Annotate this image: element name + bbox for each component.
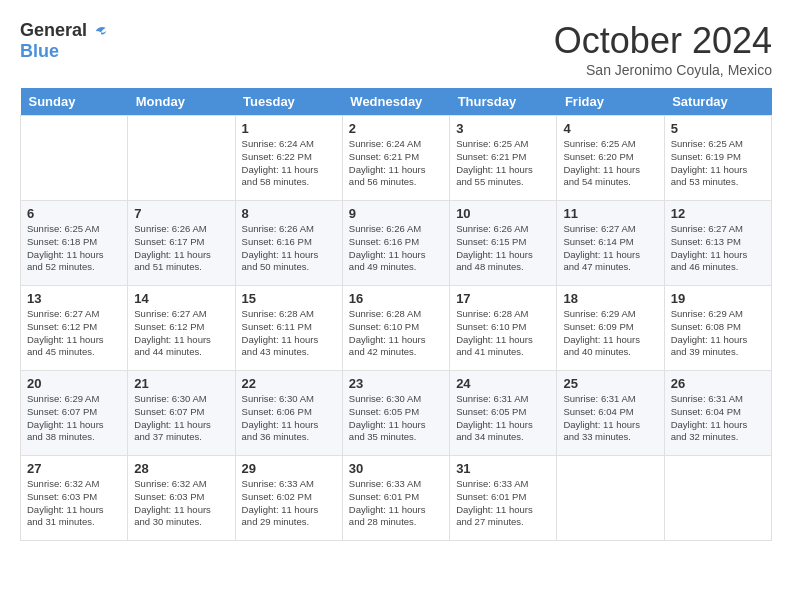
day-info: Sunrise: 6:32 AM Sunset: 6:03 PM Dayligh… (27, 478, 104, 527)
day-number: 28 (134, 461, 228, 476)
calendar-week-5: 27Sunrise: 6:32 AM Sunset: 6:03 PM Dayli… (21, 456, 772, 541)
day-number: 20 (27, 376, 121, 391)
day-number: 25 (563, 376, 657, 391)
day-info: Sunrise: 6:27 AM Sunset: 6:13 PM Dayligh… (671, 223, 748, 272)
weekday-header-row: SundayMondayTuesdayWednesdayThursdayFrid… (21, 88, 772, 116)
calendar-cell: 29Sunrise: 6:33 AM Sunset: 6:02 PM Dayli… (235, 456, 342, 541)
day-info: Sunrise: 6:27 AM Sunset: 6:12 PM Dayligh… (27, 308, 104, 357)
calendar-cell: 9Sunrise: 6:26 AM Sunset: 6:16 PM Daylig… (342, 201, 449, 286)
logo-bird-icon (89, 21, 109, 41)
weekday-header-sunday: Sunday (21, 88, 128, 116)
day-info: Sunrise: 6:26 AM Sunset: 6:17 PM Dayligh… (134, 223, 211, 272)
weekday-header-wednesday: Wednesday (342, 88, 449, 116)
day-number: 31 (456, 461, 550, 476)
calendar-cell: 12Sunrise: 6:27 AM Sunset: 6:13 PM Dayli… (664, 201, 771, 286)
day-info: Sunrise: 6:25 AM Sunset: 6:19 PM Dayligh… (671, 138, 748, 187)
day-info: Sunrise: 6:28 AM Sunset: 6:10 PM Dayligh… (456, 308, 533, 357)
day-number: 30 (349, 461, 443, 476)
page-header: General Blue October 2024 San Jeronimo C… (20, 20, 772, 78)
day-number: 19 (671, 291, 765, 306)
day-number: 16 (349, 291, 443, 306)
calendar-cell: 19Sunrise: 6:29 AM Sunset: 6:08 PM Dayli… (664, 286, 771, 371)
day-number: 3 (456, 121, 550, 136)
calendar-table: SundayMondayTuesdayWednesdayThursdayFrid… (20, 88, 772, 541)
day-info: Sunrise: 6:29 AM Sunset: 6:07 PM Dayligh… (27, 393, 104, 442)
calendar-cell: 3Sunrise: 6:25 AM Sunset: 6:21 PM Daylig… (450, 116, 557, 201)
weekday-header-monday: Monday (128, 88, 235, 116)
calendar-cell: 16Sunrise: 6:28 AM Sunset: 6:10 PM Dayli… (342, 286, 449, 371)
day-number: 2 (349, 121, 443, 136)
title-area: October 2024 San Jeronimo Coyula, Mexico (554, 20, 772, 78)
calendar-cell: 20Sunrise: 6:29 AM Sunset: 6:07 PM Dayli… (21, 371, 128, 456)
day-info: Sunrise: 6:26 AM Sunset: 6:16 PM Dayligh… (349, 223, 426, 272)
calendar-cell: 18Sunrise: 6:29 AM Sunset: 6:09 PM Dayli… (557, 286, 664, 371)
day-info: Sunrise: 6:26 AM Sunset: 6:15 PM Dayligh… (456, 223, 533, 272)
calendar-cell: 21Sunrise: 6:30 AM Sunset: 6:07 PM Dayli… (128, 371, 235, 456)
calendar-cell: 28Sunrise: 6:32 AM Sunset: 6:03 PM Dayli… (128, 456, 235, 541)
day-info: Sunrise: 6:30 AM Sunset: 6:05 PM Dayligh… (349, 393, 426, 442)
day-info: Sunrise: 6:29 AM Sunset: 6:08 PM Dayligh… (671, 308, 748, 357)
calendar-cell: 13Sunrise: 6:27 AM Sunset: 6:12 PM Dayli… (21, 286, 128, 371)
day-number: 26 (671, 376, 765, 391)
day-number: 13 (27, 291, 121, 306)
calendar-cell: 30Sunrise: 6:33 AM Sunset: 6:01 PM Dayli… (342, 456, 449, 541)
calendar-week-1: 1Sunrise: 6:24 AM Sunset: 6:22 PM Daylig… (21, 116, 772, 201)
day-number: 17 (456, 291, 550, 306)
day-number: 10 (456, 206, 550, 221)
day-number: 9 (349, 206, 443, 221)
day-info: Sunrise: 6:30 AM Sunset: 6:07 PM Dayligh… (134, 393, 211, 442)
day-info: Sunrise: 6:33 AM Sunset: 6:02 PM Dayligh… (242, 478, 319, 527)
weekday-header-tuesday: Tuesday (235, 88, 342, 116)
day-number: 27 (27, 461, 121, 476)
day-number: 8 (242, 206, 336, 221)
day-info: Sunrise: 6:30 AM Sunset: 6:06 PM Dayligh… (242, 393, 319, 442)
day-number: 18 (563, 291, 657, 306)
calendar-cell: 5Sunrise: 6:25 AM Sunset: 6:19 PM Daylig… (664, 116, 771, 201)
calendar-cell: 23Sunrise: 6:30 AM Sunset: 6:05 PM Dayli… (342, 371, 449, 456)
calendar-cell: 7Sunrise: 6:26 AM Sunset: 6:17 PM Daylig… (128, 201, 235, 286)
day-info: Sunrise: 6:25 AM Sunset: 6:18 PM Dayligh… (27, 223, 104, 272)
weekday-header-friday: Friday (557, 88, 664, 116)
calendar-cell: 8Sunrise: 6:26 AM Sunset: 6:16 PM Daylig… (235, 201, 342, 286)
calendar-week-3: 13Sunrise: 6:27 AM Sunset: 6:12 PM Dayli… (21, 286, 772, 371)
calendar-week-2: 6Sunrise: 6:25 AM Sunset: 6:18 PM Daylig… (21, 201, 772, 286)
calendar-cell (21, 116, 128, 201)
calendar-cell (128, 116, 235, 201)
day-number: 11 (563, 206, 657, 221)
logo-blue-text: Blue (20, 41, 59, 62)
day-number: 23 (349, 376, 443, 391)
day-info: Sunrise: 6:25 AM Sunset: 6:20 PM Dayligh… (563, 138, 640, 187)
logo-general-text: General (20, 20, 87, 41)
day-number: 7 (134, 206, 228, 221)
day-number: 1 (242, 121, 336, 136)
day-number: 6 (27, 206, 121, 221)
calendar-cell: 4Sunrise: 6:25 AM Sunset: 6:20 PM Daylig… (557, 116, 664, 201)
day-info: Sunrise: 6:29 AM Sunset: 6:09 PM Dayligh… (563, 308, 640, 357)
day-info: Sunrise: 6:33 AM Sunset: 6:01 PM Dayligh… (349, 478, 426, 527)
month-title: October 2024 (554, 20, 772, 62)
day-info: Sunrise: 6:28 AM Sunset: 6:10 PM Dayligh… (349, 308, 426, 357)
calendar-cell (557, 456, 664, 541)
weekday-header-thursday: Thursday (450, 88, 557, 116)
day-number: 15 (242, 291, 336, 306)
logo: General Blue (20, 20, 109, 62)
calendar-cell: 26Sunrise: 6:31 AM Sunset: 6:04 PM Dayli… (664, 371, 771, 456)
calendar-cell: 15Sunrise: 6:28 AM Sunset: 6:11 PM Dayli… (235, 286, 342, 371)
day-info: Sunrise: 6:24 AM Sunset: 6:22 PM Dayligh… (242, 138, 319, 187)
calendar-cell: 14Sunrise: 6:27 AM Sunset: 6:12 PM Dayli… (128, 286, 235, 371)
day-info: Sunrise: 6:28 AM Sunset: 6:11 PM Dayligh… (242, 308, 319, 357)
day-info: Sunrise: 6:31 AM Sunset: 6:05 PM Dayligh… (456, 393, 533, 442)
calendar-cell: 24Sunrise: 6:31 AM Sunset: 6:05 PM Dayli… (450, 371, 557, 456)
calendar-cell: 22Sunrise: 6:30 AM Sunset: 6:06 PM Dayli… (235, 371, 342, 456)
day-number: 14 (134, 291, 228, 306)
location-subtitle: San Jeronimo Coyula, Mexico (554, 62, 772, 78)
day-number: 4 (563, 121, 657, 136)
calendar-cell: 25Sunrise: 6:31 AM Sunset: 6:04 PM Dayli… (557, 371, 664, 456)
calendar-week-4: 20Sunrise: 6:29 AM Sunset: 6:07 PM Dayli… (21, 371, 772, 456)
calendar-cell: 10Sunrise: 6:26 AM Sunset: 6:15 PM Dayli… (450, 201, 557, 286)
day-info: Sunrise: 6:25 AM Sunset: 6:21 PM Dayligh… (456, 138, 533, 187)
day-number: 22 (242, 376, 336, 391)
calendar-cell (664, 456, 771, 541)
weekday-header-saturday: Saturday (664, 88, 771, 116)
calendar-cell: 31Sunrise: 6:33 AM Sunset: 6:01 PM Dayli… (450, 456, 557, 541)
